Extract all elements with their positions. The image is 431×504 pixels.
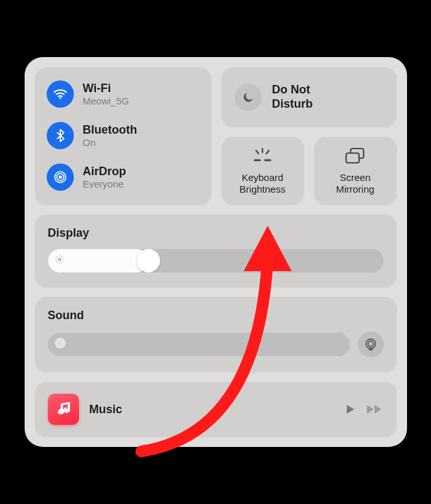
svg-point-11 [58, 258, 61, 261]
svg-line-5 [256, 150, 259, 154]
do-not-disturb-toggle[interactable]: Do Not Disturb [222, 67, 397, 126]
svg-point-23 [367, 341, 373, 346]
display-slider[interactable] [48, 249, 384, 272]
svg-line-17 [62, 261, 62, 262]
airplay-audio-button[interactable] [358, 331, 384, 357]
control-center-panel: Wi-Fi Meowi_5G Bluetooth On [25, 57, 407, 447]
bluetooth-title: Bluetooth [83, 123, 137, 137]
display-panel: Display [35, 215, 397, 287]
sound-label: Sound [48, 309, 384, 322]
sound-panel: Sound [35, 297, 397, 372]
keyboard-brightness-label: Keyboard Brightness [240, 172, 286, 195]
play-icon [344, 403, 356, 416]
airdrop-toggle[interactable]: AirDrop Everyone [47, 163, 200, 191]
moon-icon [235, 84, 262, 111]
svg-point-1 [58, 175, 62, 178]
music-title: Music [89, 403, 333, 416]
airdrop-subtitle: Everyone [83, 178, 126, 189]
airplay-icon [364, 337, 378, 352]
dnd-label: Do Not Disturb [272, 83, 313, 111]
sound-slider[interactable] [48, 333, 350, 356]
screen-mirroring-icon [344, 146, 366, 165]
wifi-title: Wi-Fi [83, 82, 130, 95]
bluetooth-icon [47, 122, 74, 149]
screen-mirroring-button[interactable]: Screen Mirroring [314, 137, 397, 204]
play-button[interactable] [344, 403, 356, 416]
wifi-icon [47, 80, 74, 108]
fast-forward-icon [366, 403, 384, 416]
sun-icon [54, 254, 65, 267]
screen-mirroring-label: Screen Mirroring [336, 172, 374, 195]
keyboard-brightness-button[interactable]: Keyboard Brightness [222, 137, 304, 204]
keyboard-brightness-icon [250, 146, 275, 165]
svg-line-16 [56, 256, 57, 257]
connectivity-panel: Wi-Fi Meowi_5G Bluetooth On [35, 67, 211, 204]
airdrop-title: AirDrop [83, 165, 126, 178]
svg-rect-10 [346, 153, 359, 163]
svg-point-0 [59, 97, 61, 99]
speaker-muted-icon [54, 337, 66, 352]
bluetooth-subtitle: On [83, 137, 137, 148]
music-panel: Music [35, 382, 397, 437]
svg-line-19 [62, 256, 62, 257]
display-label: Display [48, 226, 384, 240]
bluetooth-toggle[interactable]: Bluetooth On [47, 122, 200, 149]
svg-line-6 [266, 150, 269, 154]
svg-line-18 [56, 261, 57, 262]
wifi-toggle[interactable]: Wi-Fi Meowi_5G [47, 80, 200, 108]
airdrop-icon [47, 163, 74, 191]
wifi-subtitle: Meowi_5G [83, 95, 130, 106]
music-app-icon [48, 394, 79, 425]
next-track-button[interactable] [366, 403, 384, 416]
